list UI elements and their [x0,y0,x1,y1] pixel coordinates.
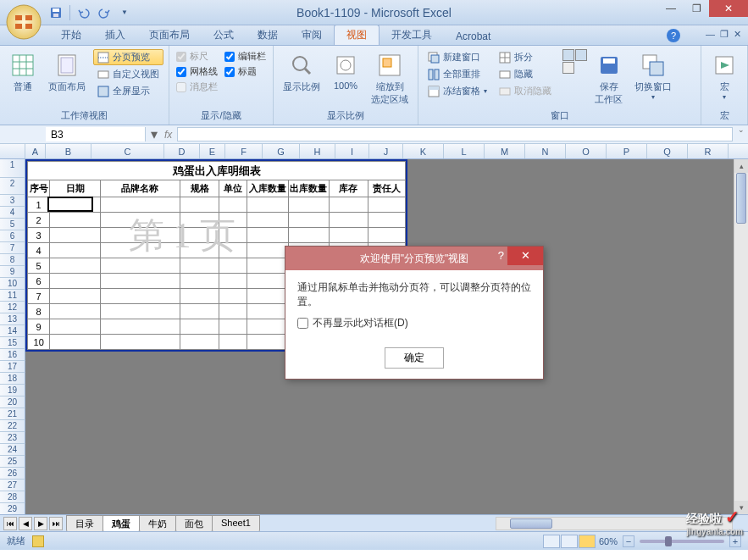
cell[interactable] [180,197,219,213]
name-box-dropdown[interactable]: ▾ [147,125,161,143]
row-header[interactable]: 12 [0,302,25,313]
row-header[interactable]: 2 [0,178,25,195]
cell[interactable] [219,319,247,335]
row-header[interactable]: 3 [0,195,25,207]
col-header-L[interactable]: L [444,144,485,158]
headings-checkbox[interactable]: 标题 [223,64,268,79]
sheet-tab-牛奶[interactable]: 牛奶 [139,515,176,532]
row-header[interactable]: 27 [0,480,25,491]
cell[interactable] [180,319,219,335]
cell[interactable] [247,274,288,289]
vertical-scrollbar[interactable]: ▴ ▾ [734,159,748,514]
row-header[interactable]: 10 [0,278,25,290]
row-header[interactable]: 8 [0,254,25,266]
row-header[interactable]: 19 [0,385,25,396]
scroll-up-icon[interactable]: ▴ [734,159,748,173]
macro-record-icon[interactable] [32,535,44,547]
cell[interactable] [50,228,100,243]
custom-views-button[interactable]: 自定义视图 [93,66,163,82]
redo-icon[interactable] [96,4,113,21]
freeze-panes-button[interactable]: 冻结窗格 ▾ [424,83,491,99]
undo-icon[interactable] [75,4,92,21]
mdi-restore[interactable]: ❐ [720,29,729,40]
page-break-view-icon[interactable] [579,535,596,548]
cell[interactable] [368,197,406,213]
cell[interactable] [247,243,288,258]
cell[interactable] [247,228,288,243]
tab-nav-first[interactable]: ⏮ [3,517,17,530]
col-header-R[interactable]: R [688,144,729,158]
zoom-100-button[interactable]: 100% [328,49,363,93]
scroll-thumb-h[interactable] [510,518,552,529]
zoom-out-button[interactable]: − [623,535,634,547]
tab-home[interactable]: 开始 [49,25,93,45]
zoom-selection-button[interactable]: 缩放到 选定区域 [367,49,413,108]
formula-input[interactable] [177,127,733,141]
normal-view-button[interactable]: 普通 [5,49,41,96]
zoom-thumb[interactable] [665,536,672,546]
col-header-N[interactable]: N [525,144,566,158]
cell[interactable] [247,258,288,274]
hide-button[interactable]: 隐藏 [495,66,556,82]
row-header[interactable]: 22 [0,420,25,432]
new-window-button[interactable]: 新建窗口 [424,49,491,65]
tab-view[interactable]: 视图 [334,25,380,45]
cell[interactable] [219,304,247,319]
row-header[interactable]: 13 [0,313,25,325]
cell[interactable] [50,319,100,335]
row-header[interactable]: 1 [0,159,25,178]
ok-button[interactable]: 确定 [385,347,444,369]
sheet-tab-鸡蛋[interactable]: 鸡蛋 [103,515,140,532]
row-header[interactable]: 4 [0,207,25,219]
row-header[interactable]: 18 [0,373,25,385]
reset-pos-icon[interactable] [562,62,574,74]
row-header[interactable]: 25 [0,456,25,468]
cell[interactable] [368,228,406,243]
macros-button[interactable]: 宏▾ [706,49,742,103]
row-header[interactable]: 14 [0,325,25,337]
col-header-A[interactable]: A [25,144,46,158]
tab-acrobat[interactable]: Acrobat [444,28,502,45]
selected-cell[interactable] [47,197,93,212]
tab-developer[interactable]: 开发工具 [380,25,444,45]
cell[interactable] [100,304,180,319]
mdi-minimize[interactable]: — [706,29,715,40]
view-side-icon[interactable] [562,49,574,61]
normal-view-icon[interactable] [543,535,560,548]
sheet-tab-Sheet1[interactable]: Sheet1 [212,515,260,532]
dialog-close-button[interactable]: ✕ [507,247,543,265]
tab-formulas[interactable]: 公式 [202,25,246,45]
help-icon[interactable]: ? [667,29,680,42]
cell[interactable] [247,319,288,335]
cell[interactable] [100,258,180,274]
fx-label[interactable]: fx [161,125,175,143]
cell[interactable] [247,197,288,213]
tab-review[interactable]: 审阅 [290,25,334,45]
row-header[interactable]: 21 [0,408,25,420]
page-break-preview-button[interactable]: 分页预览 [93,49,163,65]
cell[interactable] [180,258,219,274]
cell[interactable] [50,213,100,228]
col-header-G[interactable]: G [263,144,300,158]
save-icon[interactable] [47,4,64,21]
cell[interactable] [100,228,180,243]
zoom-in-button[interactable]: + [729,535,741,547]
tab-nav-next[interactable]: ▶ [34,517,47,530]
cell[interactable] [180,228,219,243]
dialog-help-icon[interactable]: ? [498,249,504,262]
split-button[interactable]: 拆分 [495,49,556,65]
gridlines-checkbox[interactable]: 网格线 [175,64,219,79]
cell[interactable] [50,304,100,319]
save-workspace-button[interactable]: 保存 工作区 [590,49,627,108]
cell[interactable] [180,289,219,304]
maximize-button[interactable]: ❐ [684,0,709,17]
cell[interactable] [100,197,180,213]
tab-data[interactable]: 数据 [246,25,290,45]
tab-nav-prev[interactable]: ◀ [19,517,32,530]
tab-insert[interactable]: 插入 [93,25,137,45]
sheet-tab-面包[interactable]: 面包 [175,515,213,532]
cell[interactable] [219,289,247,304]
formula-expand-icon[interactable]: ⌄ [734,125,748,143]
cell[interactable] [100,243,180,258]
row-header[interactable]: 24 [0,444,25,456]
